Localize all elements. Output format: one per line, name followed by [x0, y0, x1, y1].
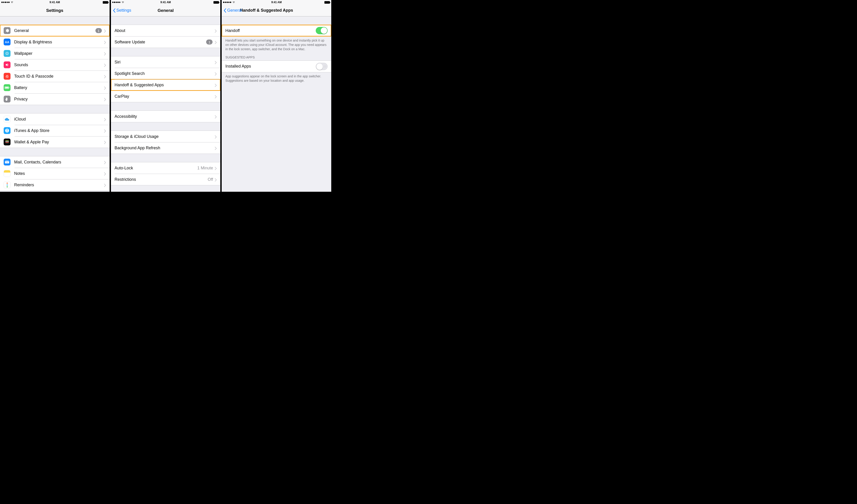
- svg-point-1: [7, 53, 7, 54]
- status-time: 9:41 AM: [0, 1, 110, 4]
- row-label: Privacy: [14, 97, 104, 102]
- nav-bar: Settings General: [111, 4, 220, 16]
- chevron-right-icon: [215, 61, 217, 64]
- nav-bar: General Handoff & Suggested Apps: [222, 4, 331, 16]
- chevron-right-icon: [104, 40, 106, 44]
- installed-apps-switch[interactable]: [316, 63, 327, 70]
- chevron-back-icon: [223, 8, 226, 13]
- row-software-update[interactable]: Software Update 1: [111, 36, 220, 48]
- row-label: iCloud: [14, 117, 104, 122]
- chevron-right-icon: [104, 52, 106, 55]
- settings-content[interactable]: General 1 AA Display & Brightness Wallpa…: [0, 16, 110, 192]
- row-label: Display & Brightness: [14, 40, 104, 45]
- chevron-right-icon: [215, 115, 217, 118]
- back-label: Settings: [116, 8, 131, 13]
- row-spotlight[interactable]: Spotlight Search: [111, 68, 220, 79]
- battery-icon: [4, 84, 11, 91]
- chevron-right-icon: [215, 40, 217, 44]
- row-label: Wallet & Apple Pay: [14, 140, 104, 145]
- notes-icon: [4, 170, 11, 177]
- row-detail: 1 Minute: [197, 166, 213, 170]
- row-label: Handoff & Suggested Apps: [115, 83, 215, 87]
- row-sounds[interactable]: Sounds: [0, 59, 110, 70]
- row-storage[interactable]: Storage & iCloud Usage: [111, 131, 220, 142]
- row-general[interactable]: General 1: [0, 25, 110, 36]
- chevron-right-icon: [215, 95, 217, 98]
- row-background-refresh[interactable]: Background App Refresh: [111, 142, 220, 154]
- row-label: Background App Refresh: [115, 146, 215, 150]
- row-label: Notes: [14, 171, 104, 176]
- row-label: Auto-Lock: [115, 166, 198, 170]
- row-label: Wallpaper: [14, 51, 104, 56]
- chevron-right-icon: [104, 129, 106, 132]
- chevron-right-icon: [215, 146, 217, 150]
- handoff-switch[interactable]: [316, 27, 327, 34]
- row-handoff-toggle[interactable]: Handoff: [222, 25, 331, 36]
- chevron-right-icon: [104, 86, 106, 89]
- row-touch-id[interactable]: Touch ID & Passcode: [0, 70, 110, 82]
- wallpaper-icon: [4, 50, 11, 57]
- page-title: Settings: [0, 8, 110, 13]
- display-icon: AA: [4, 38, 11, 46]
- row-handoff-suggested[interactable]: Handoff & Suggested Apps: [111, 79, 220, 90]
- mail-icon: [4, 158, 11, 166]
- chevron-right-icon: [215, 83, 217, 86]
- battery-icon: [214, 1, 219, 4]
- chevron-right-icon: [104, 29, 106, 32]
- screen-general: 9:41 AM Settings General About Software …: [111, 0, 222, 192]
- row-label: iTunes & App Store: [14, 128, 104, 133]
- chevron-back-icon: [113, 8, 116, 13]
- chevron-right-icon: [215, 29, 217, 32]
- screen-settings: 9:41 AM Settings General 1 AA Display & …: [0, 0, 111, 192]
- appstore-icon: [4, 127, 11, 134]
- row-reminders[interactable]: Reminders: [0, 179, 110, 190]
- row-privacy[interactable]: Privacy: [0, 94, 110, 105]
- chevron-right-icon: [215, 166, 217, 170]
- badge: 1: [206, 39, 213, 45]
- row-detail: Off: [208, 177, 213, 182]
- row-wallpaper[interactable]: Wallpaper: [0, 48, 110, 59]
- chevron-right-icon: [104, 98, 106, 101]
- row-label: Touch ID & Passcode: [14, 74, 104, 79]
- chevron-right-icon: [104, 172, 106, 175]
- screen-handoff: 9:41 AM General Handoff & Suggested Apps…: [222, 0, 333, 192]
- row-siri[interactable]: Siri: [111, 56, 220, 68]
- row-itunes-appstore[interactable]: iTunes & App Store: [0, 125, 110, 136]
- suggested-apps-header: SUGGESTED APPS: [222, 51, 331, 61]
- row-label: Handoff: [225, 28, 316, 33]
- row-label: Installed Apps: [225, 64, 316, 69]
- row-carplay[interactable]: CarPlay: [111, 90, 220, 102]
- row-accessibility[interactable]: Accessibility: [111, 111, 220, 122]
- row-label: Accessibility: [115, 114, 215, 119]
- row-battery[interactable]: Battery: [0, 82, 110, 94]
- back-button[interactable]: General: [223, 8, 242, 13]
- status-bar: 9:41 AM: [222, 0, 331, 4]
- icloud-icon: [4, 116, 11, 122]
- row-installed-apps[interactable]: Installed Apps: [222, 61, 331, 72]
- chevron-right-icon: [104, 140, 106, 144]
- handoff-content[interactable]: Handoff Handoff lets you start something…: [222, 16, 331, 192]
- row-label: General: [14, 28, 96, 33]
- chevron-right-icon: [215, 72, 217, 75]
- wallet-icon: [4, 138, 11, 146]
- row-auto-lock[interactable]: Auto-Lock 1 Minute: [111, 162, 220, 174]
- row-about[interactable]: About: [111, 25, 220, 36]
- row-display-brightness[interactable]: AA Display & Brightness: [0, 36, 110, 48]
- row-restrictions[interactable]: Restrictions Off: [111, 174, 220, 185]
- row-label: Storage & iCloud Usage: [115, 134, 215, 139]
- svg-rect-10: [5, 141, 9, 142]
- chevron-right-icon: [104, 161, 106, 164]
- battery-icon: [324, 1, 330, 4]
- row-wallet[interactable]: Wallet & Apple Pay: [0, 136, 110, 148]
- row-mail-contacts[interactable]: Mail, Contacts, Calendars: [0, 156, 110, 168]
- row-label: CarPlay: [115, 94, 215, 99]
- row-label: About: [115, 28, 215, 33]
- svg-rect-4: [9, 87, 10, 88]
- row-label: Mail, Contacts, Calendars: [14, 160, 104, 165]
- chevron-right-icon: [104, 183, 106, 186]
- general-content[interactable]: About Software Update 1 Siri Spotlight S…: [111, 16, 220, 192]
- row-notes[interactable]: Notes: [0, 168, 110, 179]
- chevron-right-icon: [215, 135, 217, 138]
- back-button[interactable]: Settings: [113, 8, 131, 13]
- row-icloud[interactable]: iCloud: [0, 114, 110, 125]
